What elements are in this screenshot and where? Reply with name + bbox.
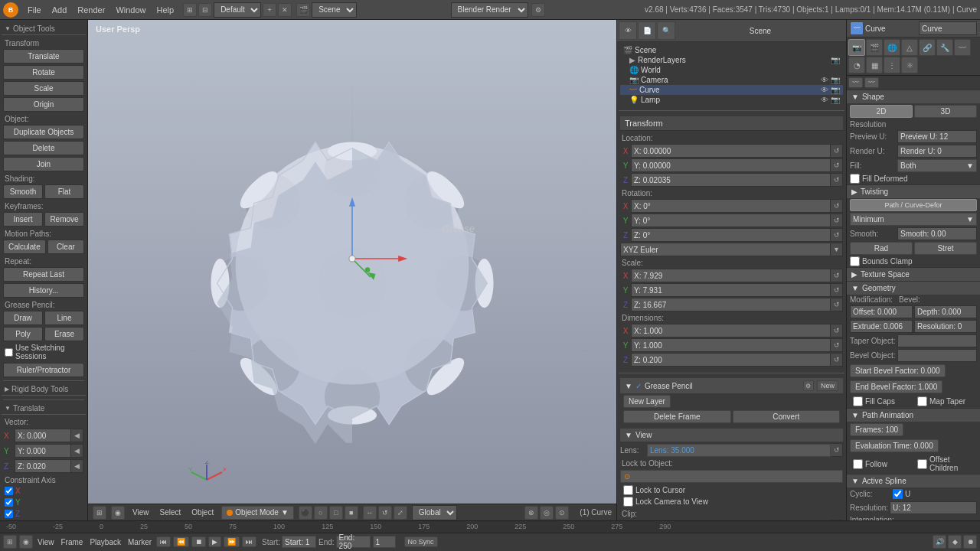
- scene-props-icon[interactable]: 🎬: [866, 39, 883, 56]
- fill-caps-check[interactable]: [853, 396, 863, 406]
- preview-field[interactable]: Preview U: 12: [897, 130, 977, 143]
- render-layers-item[interactable]: ▶ RenderLayers 📷: [620, 55, 843, 65]
- axis-z-check[interactable]: [5, 510, 13, 518]
- view-header[interactable]: ▼ View: [620, 429, 843, 442]
- vec-x-btn[interactable]: ◀: [71, 429, 83, 442]
- menu-file[interactable]: File: [23, 4, 46, 16]
- dim-x-field[interactable]: X: 1.000: [631, 324, 831, 337]
- solid-icon[interactable]: ○: [314, 506, 328, 520]
- scene-select[interactable]: Scene: [312, 2, 357, 18]
- extrude-field[interactable]: Extrude: 0.006: [850, 320, 913, 333]
- world-props-icon[interactable]: 🌐: [884, 39, 900, 56]
- fill-dropdown[interactable]: Both ▼: [897, 159, 977, 172]
- loc-x-reset[interactable]: ↺: [831, 144, 843, 158]
- view-icon-rt[interactable]: 👁: [619, 21, 637, 40]
- history-btn[interactable]: History...: [3, 283, 84, 298]
- particle-icon[interactable]: ⋮: [884, 57, 900, 73]
- end-field[interactable]: End: 250: [336, 536, 371, 548]
- material-icon[interactable]: ◔: [848, 57, 865, 73]
- lamp-item[interactable]: 💡 Lamp 👁 📷: [620, 95, 843, 105]
- axis-x-check[interactable]: [5, 487, 13, 495]
- grease-new-btn[interactable]: New: [817, 380, 838, 391]
- keyframe-icon[interactable]: ◆: [948, 535, 962, 549]
- render-u-field[interactable]: Render U: 0: [897, 145, 977, 158]
- play-next[interactable]: ⏩: [224, 536, 240, 547]
- viewport-icon2[interactable]: ◉: [111, 506, 125, 520]
- flat-btn[interactable]: Flat: [44, 184, 84, 199]
- depth-field[interactable]: Depth: 0.000: [914, 305, 977, 318]
- render-props-icon[interactable]: 📷: [848, 39, 865, 56]
- record-icon[interactable]: ⏺: [963, 535, 977, 549]
- end-bevel-btn[interactable]: End Bevel Factor: 1.000: [850, 380, 942, 393]
- tl-layout-icon[interactable]: ⊞: [3, 535, 17, 549]
- vec-z-btn[interactable]: ◀: [71, 459, 83, 473]
- active-spline-header[interactable]: ▼ Active Spline: [847, 474, 980, 487]
- erase-btn[interactable]: Erase: [44, 327, 84, 341]
- tl-icon2[interactable]: ◉: [19, 535, 33, 549]
- snap-icon[interactable]: ⊕: [524, 506, 538, 520]
- view-menu[interactable]: View: [129, 508, 152, 517]
- rot-mode-field[interactable]: XYZ Euler: [620, 243, 831, 256]
- tl-playback-menu[interactable]: Playback: [87, 538, 123, 546]
- renderer-select[interactable]: Blender Render: [451, 2, 528, 18]
- vec-z-input[interactable]: Z: 0.020: [15, 459, 71, 473]
- convert-btn[interactable]: Convert: [733, 410, 841, 423]
- grab-icon[interactable]: ↔: [363, 506, 377, 520]
- scale-icon[interactable]: ⤢: [394, 506, 407, 520]
- rot-x-reset[interactable]: ↺: [831, 199, 843, 213]
- scene-item[interactable]: 🎬 Scene: [620, 45, 843, 55]
- modifiers-icon[interactable]: 🔧: [936, 39, 953, 56]
- ruler-btn[interactable]: Ruler/Protractor: [3, 363, 84, 377]
- new-layer-btn[interactable]: New Layer: [623, 395, 671, 408]
- play-first[interactable]: ⏮: [156, 536, 171, 547]
- menu-window[interactable]: Window: [111, 4, 150, 16]
- loc-z-field[interactable]: Z: 0.02035: [631, 173, 831, 187]
- loc-z-reset[interactable]: ↺: [831, 173, 843, 187]
- file-icon[interactable]: 📄: [638, 21, 656, 40]
- texture-icon[interactable]: ■: [345, 506, 358, 520]
- bounds-clamp-check[interactable]: [850, 256, 860, 266]
- follow-check[interactable]: [853, 459, 863, 469]
- rot-y-reset[interactable]: ↺: [831, 214, 843, 227]
- cyclic-u-check[interactable]: [893, 489, 903, 499]
- sc-z-reset[interactable]: ↺: [831, 298, 843, 311]
- use-sketching-check[interactable]: [5, 348, 13, 357]
- origin-btn[interactable]: Origin: [3, 97, 84, 112]
- dim-y-reset[interactable]: ↺: [831, 338, 843, 352]
- offset-field[interactable]: Offset: 0.000: [850, 305, 913, 318]
- curve-item[interactable]: 〰 Curve 👁 📷: [620, 85, 843, 95]
- proportional-icon[interactable]: ◎: [540, 506, 554, 520]
- stret-btn[interactable]: Stret: [914, 242, 977, 255]
- current-frame-field[interactable]: 1: [373, 536, 396, 548]
- grease-settings[interactable]: ⚙: [803, 380, 814, 391]
- rot-z-field[interactable]: Z: 0°: [631, 228, 831, 242]
- screen-icon2[interactable]: ⊟: [198, 3, 212, 17]
- object-props-icon[interactable]: △: [901, 39, 918, 56]
- rot-x-field[interactable]: X: 0°: [631, 199, 831, 213]
- vec-x-input[interactable]: X: 0.000: [15, 429, 71, 442]
- no-sync-btn[interactable]: No Sync: [404, 536, 438, 547]
- resolution-geom-field[interactable]: Resolution: 0: [914, 320, 977, 333]
- camera-item[interactable]: 📷 Camera 👁 📷: [620, 75, 843, 85]
- insert-btn[interactable]: Insert: [3, 212, 43, 227]
- clear-btn[interactable]: Clear: [47, 240, 84, 254]
- screen-remove[interactable]: ✕: [278, 3, 292, 17]
- rad-btn[interactable]: Rad: [850, 242, 913, 255]
- sc-x-field[interactable]: X: 7.929: [631, 269, 831, 282]
- render-icon[interactable]: ⚫: [299, 506, 312, 520]
- path-anim-header[interactable]: ▼ Path Animation: [847, 409, 980, 422]
- res-u-field[interactable]: U: 12: [890, 501, 977, 514]
- map-taper-check[interactable]: [917, 396, 927, 406]
- rotate-btn[interactable]: Rotate: [3, 65, 84, 80]
- data-icon[interactable]: 〰: [954, 39, 971, 56]
- rot-mode-btn[interactable]: ▼: [831, 243, 843, 256]
- tl-frame-menu[interactable]: Frame: [59, 538, 86, 546]
- loc-y-field[interactable]: Y: 0.00000: [631, 158, 831, 172]
- 2d-btn[interactable]: 2D: [850, 105, 913, 118]
- shape-header[interactable]: ▼ Shape: [847, 90, 980, 103]
- sync-btn[interactable]: No Sync: [404, 536, 438, 547]
- viewport[interactable]: User Persp: [88, 20, 616, 520]
- repeat-last-btn[interactable]: Repeat Last: [3, 267, 84, 282]
- sc-y-reset[interactable]: ↺: [831, 283, 843, 297]
- bevel-obj-field[interactable]: [897, 349, 977, 362]
